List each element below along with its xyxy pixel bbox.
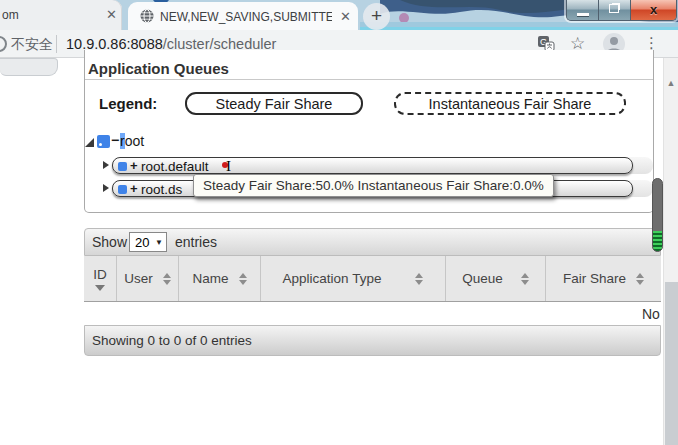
tree-collapsed-arrow-icon[interactable] — [103, 161, 109, 169]
root-label-rest: oot — [125, 133, 144, 149]
sort-both-icon — [415, 273, 423, 285]
column-label: Application Type — [283, 271, 382, 286]
address-divider — [56, 35, 57, 53]
tree-expand-toggle[interactable]: + — [130, 181, 138, 196]
tree-node-root[interactable]: root — [120, 133, 144, 149]
window-controls: x — [566, 0, 677, 21]
sort-desc-icon — [95, 285, 105, 291]
globe-favicon-icon — [140, 9, 154, 23]
column-label: Fair Share — [563, 271, 626, 286]
column-label: Queue — [462, 271, 503, 286]
tree-expand-toggle[interactable]: + — [130, 158, 138, 173]
close-icon: x — [631, 2, 676, 17]
tab-inactive-title: om — [2, 8, 19, 22]
empty-table-message: No data available in table — [642, 306, 661, 322]
scrollbar-grip-stripes — [653, 231, 662, 251]
not-secure-icon[interactable] — [0, 36, 7, 52]
security-label[interactable]: 不安全 — [11, 36, 53, 54]
minimize-icon — [577, 13, 589, 16]
queue-label-root-ds: root.ds — [141, 182, 182, 197]
table-length-toolbar: Show 20▼ entries — [84, 228, 661, 256]
table-empty-row: No data available in table — [84, 302, 661, 325]
sort-both-icon — [636, 273, 644, 285]
column-label: ID — [93, 267, 107, 282]
tree-collapsed-arrow-icon[interactable] — [103, 184, 109, 192]
title-divider — [85, 79, 653, 80]
restore-icon — [609, 4, 619, 13]
column-header-id[interactable]: ID — [84, 256, 117, 301]
page-title: Application Queues — [88, 60, 229, 77]
sort-both-icon — [239, 273, 247, 285]
tab-inactive-close-icon[interactable]: ✕ — [106, 7, 117, 22]
browser-scrollbar[interactable]: ▲ — [663, 58, 678, 445]
text-cursor-ibeam: I — [226, 158, 231, 175]
clipped-dropdown-remnant — [0, 58, 58, 76]
tab-active-title: NEW,NEW_SAVING,SUBMITTE — [160, 10, 332, 24]
tree-node-icon — [118, 185, 127, 194]
queue-bar-root-default[interactable]: + root.default — [112, 157, 633, 174]
queue-label-root-default: root.default — [141, 159, 209, 174]
table-summary-text: Showing 0 to 0 of 0 entries — [92, 333, 252, 348]
sort-both-icon — [521, 273, 529, 285]
tree-node-icon — [118, 162, 127, 171]
tree-node-icon-root[interactable] — [97, 135, 110, 148]
column-header-name[interactable]: Name — [179, 256, 261, 301]
scroll-up-arrow-icon[interactable]: ▲ — [664, 78, 678, 88]
new-tab-button[interactable]: + — [363, 3, 390, 30]
tab-active[interactable]: NEW,NEW_SAVING,SUBMITTE ✕ — [128, 2, 358, 30]
entries-per-page-select[interactable]: 20▼ — [129, 232, 167, 252]
close-button[interactable]: x — [631, 0, 676, 20]
minimize-button[interactable] — [567, 0, 599, 20]
tab-active-close-icon[interactable]: ✕ — [340, 9, 351, 24]
table-summary-bar: Showing 0 to 0 of 0 entries — [84, 325, 661, 356]
select-arrow-icon: ▼ — [155, 238, 163, 247]
column-header-user[interactable]: User — [117, 256, 179, 301]
inner-scrollbar-thumb[interactable] — [652, 178, 663, 252]
column-header-application-type[interactable]: Application Type — [261, 256, 446, 301]
column-label: User — [124, 271, 153, 286]
tree-expanded-arrow-icon[interactable] — [85, 138, 94, 147]
restore-button[interactable] — [599, 0, 631, 20]
column-header-queue[interactable]: Queue — [446, 256, 546, 301]
sort-both-icon — [163, 273, 171, 285]
fair-share-tooltip: Steady Fair Share:50.0% Instantaneous Fa… — [193, 174, 554, 197]
column-label: Name — [192, 271, 228, 286]
tab-strip: om ✕ NEW,NEW_SAVING,SUBMITTE ✕ + x — [0, 0, 678, 30]
legend-label: Legend: — [99, 95, 157, 112]
legend-instantaneous-fair-share: Instantaneous Fair Share — [394, 92, 626, 115]
browser-window: om ✕ NEW,NEW_SAVING,SUBMITTE ✕ + x 不安全 1… — [0, 0, 678, 445]
entries-label: entries — [175, 234, 217, 250]
legend-steady-fair-share: Steady Fair Share — [185, 92, 363, 115]
tree-collapse-toggle[interactable]: − — [111, 132, 119, 148]
browser-scrollbar-thumb[interactable] — [665, 282, 678, 445]
table-header-row: ID User Name Application Type Queue Fair… — [84, 256, 661, 302]
selected-length: 20 — [135, 235, 149, 250]
column-header-fair-share[interactable]: Fair Share — [546, 256, 661, 301]
show-label: Show — [92, 234, 127, 250]
